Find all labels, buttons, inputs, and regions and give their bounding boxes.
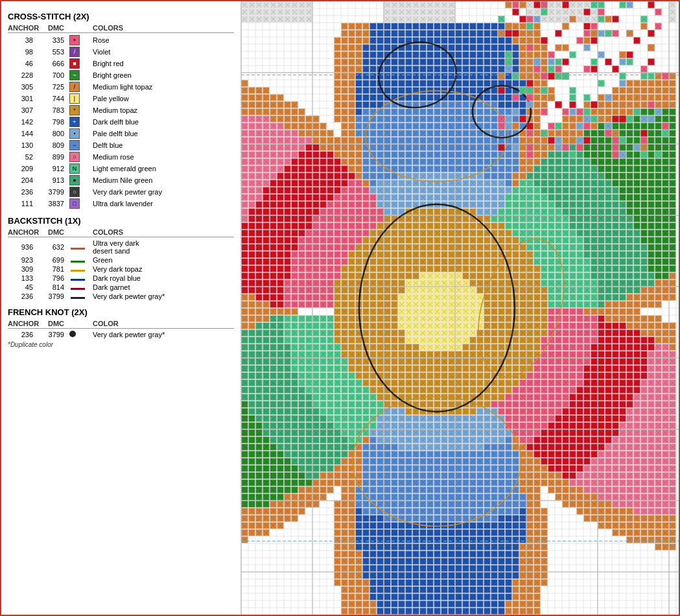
color-swatch: ○ <box>69 152 80 162</box>
fk-dot-cell <box>69 331 89 338</box>
color-swatch: ~ <box>69 70 80 80</box>
table-row: 236 3799 Very dark pewter gray* <box>8 292 234 301</box>
fk-rows: 236 3799 Very dark pewter gray* <box>8 330 234 339</box>
bs-line-swatch <box>71 279 85 281</box>
table-row: 111 3837 □ Ultra dark lavender <box>8 198 234 209</box>
swatch-cell: • <box>69 128 89 139</box>
cross-stitch-title: CROSS-STITCH (2X) <box>8 12 234 21</box>
color-swatch: • <box>69 128 80 139</box>
dmc-cell: 744 <box>37 95 69 102</box>
anchor-cell: 52 <box>8 153 37 161</box>
dmc-cell: 781 <box>37 265 69 273</box>
table-row: 52 899 ○ Medium rose <box>8 151 234 163</box>
duplicate-note: *Duplicate color <box>8 341 234 348</box>
color-swatch: / <box>69 82 80 92</box>
fk-dot <box>69 331 76 337</box>
fk-title: FRENCH KNOT (2X) <box>8 307 234 317</box>
dmc-cell: 912 <box>37 165 69 172</box>
swatch-cell: | <box>69 93 89 104</box>
bs-line-swatch <box>71 270 85 272</box>
dmc-cell: 632 <box>37 243 69 251</box>
swatch-cell <box>69 256 89 264</box>
swatch-cell: ■ <box>69 58 89 69</box>
color-swatch: N <box>69 163 80 174</box>
anchor-cell: 209 <box>8 165 37 172</box>
color-name-cell: Ultra dark lavender <box>89 200 234 207</box>
symbol-header <box>69 24 89 32</box>
color-name-cell: Ultra very darkdesert sand <box>89 239 234 255</box>
anchor-cell: 111 <box>8 200 37 207</box>
anchor-cell: 936 <box>8 243 37 251</box>
swatch-cell: + <box>69 117 89 127</box>
bs-line-swatch <box>71 288 85 290</box>
dmc-cell: 3799 <box>37 331 69 338</box>
table-row: 236 3799 Very dark pewter gray* <box>8 330 234 339</box>
bs-colors-header: COLORS <box>89 228 234 236</box>
anchor-cell: 142 <box>8 118 37 126</box>
table-row: 130 809 − Delft blue <box>8 139 234 151</box>
color-swatch: ■ <box>69 58 80 69</box>
swatch-cell: ○ <box>69 187 89 197</box>
color-name-cell: Dark delft blue <box>89 118 234 126</box>
color-name-cell: Medium topaz <box>89 106 234 114</box>
anchor-cell: 301 <box>8 95 37 102</box>
table-row: 923 699 Green <box>8 255 234 265</box>
table-row: 228 700 ~ Bright green <box>8 69 234 81</box>
anchor-cell: 228 <box>8 71 37 79</box>
color-swatch: * <box>69 105 80 115</box>
color-name-cell: Medium Nile green <box>89 176 234 184</box>
dmc-cell: 3799 <box>37 292 69 300</box>
dmc-header: DMC <box>37 24 69 32</box>
color-name-cell: Very dark topaz <box>89 265 234 273</box>
color-name-cell: Very dark pewter gray* <box>89 292 234 300</box>
anchor-cell: 144 <box>8 130 37 137</box>
swatch-cell <box>69 243 89 251</box>
swatch-cell: + <box>69 35 89 45</box>
swatch-cell: − <box>69 140 89 150</box>
dmc-cell: 913 <box>37 176 69 184</box>
dmc-cell: 725 <box>37 83 69 91</box>
dmc-cell: 3799 <box>37 188 69 196</box>
anchor-cell: 45 <box>8 283 37 291</box>
dmc-cell: 800 <box>37 130 69 137</box>
color-name-cell: Medium rose <box>89 153 234 161</box>
dmc-cell: 783 <box>37 106 69 114</box>
table-row: 301 744 | Pale yellow <box>8 93 234 104</box>
color-name-cell: Very dark pewter gray* <box>89 331 234 338</box>
swatch-cell: ○ <box>69 152 89 162</box>
dmc-cell: 699 <box>37 256 69 264</box>
swatch-cell: * <box>69 105 89 115</box>
table-row: 142 798 + Dark delft blue <box>8 116 234 128</box>
anchor-cell: 236 <box>8 292 37 300</box>
color-name-cell: Delft blue <box>89 141 234 149</box>
color-name-cell: Medium light topaz <box>89 83 234 91</box>
dmc-cell: 553 <box>37 48 69 56</box>
table-row: 46 666 ■ Bright red <box>8 58 234 69</box>
color-swatch: □ <box>69 198 80 209</box>
bs-line-swatch <box>71 297 85 299</box>
dmc-cell: 796 <box>37 274 69 282</box>
anchor-cell: 98 <box>8 48 37 56</box>
table-row: 236 3799 ○ Very dark pewter gray <box>8 186 234 198</box>
swatch-cell <box>69 274 89 282</box>
dmc-cell: 700 <box>37 71 69 79</box>
bs-anchor-header: ANCHOR <box>8 228 37 236</box>
swatch-cell: / <box>69 82 89 92</box>
cross-stitch-canvas <box>241 1 679 615</box>
cross-stitch-rows: 38 335 + Rose 98 553 / Violet 46 666 ■ B… <box>8 34 234 209</box>
right-panel <box>241 1 679 615</box>
fk-anchor-header: ANCHOR <box>8 320 37 327</box>
bs-line-swatch <box>71 261 85 263</box>
swatch-cell: ~ <box>69 70 89 80</box>
color-name-cell: Dark garnet <box>89 283 234 291</box>
color-swatch: + <box>69 117 80 127</box>
anchor-cell: 204 <box>8 176 37 184</box>
table-row: 936 632 Ultra very darkdesert sand <box>8 239 234 255</box>
color-swatch: | <box>69 93 80 104</box>
anchor-cell: 46 <box>8 60 37 67</box>
anchor-cell: 309 <box>8 265 37 273</box>
color-name-cell: Bright green <box>89 71 234 79</box>
color-swatch: + <box>69 35 80 45</box>
anchor-cell: 307 <box>8 106 37 114</box>
swatch-cell: / <box>69 47 89 57</box>
